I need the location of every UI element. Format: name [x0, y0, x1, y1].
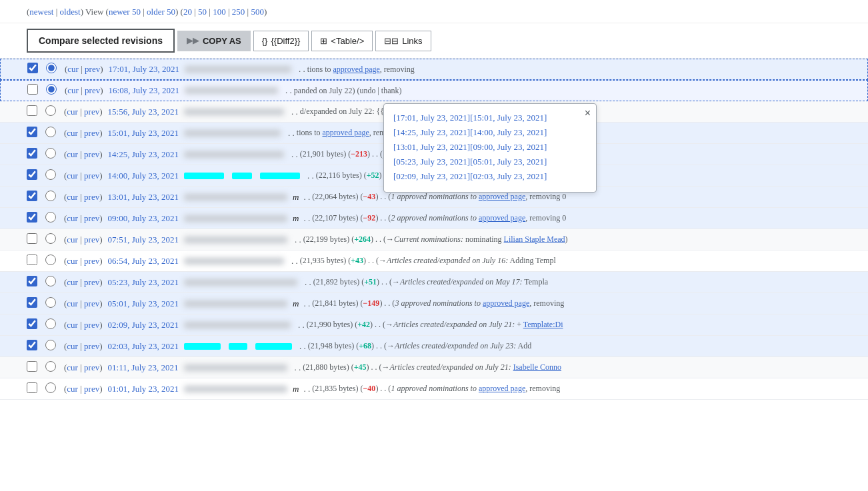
row-radio-6[interactable] — [45, 191, 56, 201]
checkbox-cell-4[interactable] — [27, 148, 43, 161]
row-radio-4[interactable] — [45, 148, 56, 159]
radio-cell-6[interactable] — [45, 191, 60, 204]
checkbox-cell-14[interactable] — [27, 361, 43, 374]
checkbox-cell-9[interactable] — [27, 254, 43, 268]
copy-as-button[interactable]: ▶▶ COPY AS — [177, 31, 251, 51]
row-checkbox-6[interactable] — [27, 191, 37, 201]
row-radio-8[interactable] — [45, 233, 56, 244]
row-checkbox-0[interactable] — [27, 63, 38, 73]
row-checkbox-3[interactable] — [27, 127, 37, 137]
nav-20[interactable]: 20 — [183, 7, 192, 17]
row-checkbox-8[interactable] — [27, 233, 37, 244]
dropdown-link-1[interactable]: [14:25, July 23, 2021][14:00, July 23, 2… — [393, 125, 587, 140]
links-button[interactable]: ⊟⊟ Links — [375, 31, 431, 51]
dropdown-link-0[interactable]: [17:01, July 23, 2021][15:01, July 23, 2… — [393, 111, 587, 125]
radio-cell-10[interactable] — [45, 276, 60, 289]
rev-date-14[interactable]: 01:11, July 23, 2021 — [108, 362, 179, 373]
dropdown-link-3[interactable]: [05:23, July 23, 2021][05:01, July 23, 2… — [393, 155, 587, 169]
row-checkbox-15[interactable] — [27, 382, 37, 393]
checkbox-cell-8[interactable] — [27, 233, 43, 246]
row-radio-10[interactable] — [45, 276, 56, 286]
rev-date-1[interactable]: 16:08, July 23, 2021 — [109, 85, 180, 96]
row-radio-9[interactable] — [45, 254, 56, 265]
rev-date-12[interactable]: 02:09, July 23, 2021 — [108, 320, 179, 330]
row-radio-2[interactable] — [45, 105, 56, 116]
row-checkbox-10[interactable] — [27, 276, 37, 286]
row-radio-13[interactable] — [45, 340, 56, 350]
rev-date-0[interactable]: 17:01, July 23, 2021 — [109, 64, 180, 75]
dropdown-link-2[interactable]: [13:01, July 23, 2021][09:00, July 23, 2… — [393, 140, 587, 155]
radio-cell-7[interactable] — [45, 212, 60, 225]
checkbox-cell-7[interactable] — [27, 212, 43, 225]
rev-date-6[interactable]: 13:01, July 23, 2021 — [108, 192, 179, 203]
row-radio-7[interactable] — [45, 212, 56, 223]
rev-date-13[interactable]: 02:03, July 23, 2021 — [108, 341, 179, 352]
radio-cell-8[interactable] — [45, 233, 60, 246]
row-checkbox-12[interactable] — [27, 318, 37, 329]
rev-date-4[interactable]: 14:25, July 23, 2021 — [108, 149, 179, 160]
radio-cell-15[interactable] — [45, 382, 60, 396]
checkbox-cell-1[interactable] — [27, 84, 43, 97]
nav-50[interactable]: 50 — [198, 7, 207, 17]
row-checkbox-2[interactable] — [27, 105, 37, 116]
rev-date-15[interactable]: 01:01, July 23, 2021 — [108, 384, 179, 394]
row-radio-12[interactable] — [45, 318, 56, 329]
checkbox-cell-13[interactable] — [27, 340, 43, 353]
nav-older50[interactable]: older 50 — [147, 7, 175, 17]
checkbox-cell-11[interactable] — [27, 297, 43, 310]
nav-500[interactable]: 500 — [251, 7, 264, 17]
row-checkbox-11[interactable] — [27, 297, 37, 308]
radio-cell-5[interactable] — [45, 169, 60, 183]
diff2-button[interactable]: {} {{Diff2}} — [253, 31, 309, 51]
checkbox-cell-0[interactable] — [27, 63, 43, 76]
checkbox-cell-15[interactable] — [27, 382, 43, 396]
row-checkbox-14[interactable] — [27, 361, 37, 372]
row-checkbox-1[interactable] — [27, 84, 38, 95]
row-radio-11[interactable] — [45, 297, 56, 308]
row-radio-3[interactable] — [45, 127, 56, 137]
nav-100[interactable]: 100 — [213, 7, 226, 17]
nav-250[interactable]: 250 — [232, 7, 245, 17]
radio-cell-0[interactable] — [46, 63, 61, 76]
checkbox-cell-6[interactable] — [27, 191, 43, 204]
radio-cell-14[interactable] — [45, 361, 60, 374]
radio-cell-2[interactable] — [45, 105, 60, 119]
radio-cell-4[interactable] — [45, 148, 60, 161]
row-checkbox-7[interactable] — [27, 212, 37, 223]
dropdown-close-button[interactable]: × — [585, 108, 591, 119]
radio-cell-9[interactable] — [45, 254, 60, 268]
dropdown-link-4[interactable]: [02:09, July 23, 2021][02:03, July 23, 2… — [393, 169, 587, 184]
checkbox-cell-2[interactable] — [27, 105, 43, 119]
row-radio-14[interactable] — [45, 361, 56, 372]
row-radio-prev-1[interactable] — [46, 84, 57, 95]
radio-cell-11[interactable] — [45, 297, 60, 310]
checkbox-cell-5[interactable] — [27, 169, 43, 183]
table-button[interactable]: ⊞ <Table/> — [311, 31, 373, 51]
nav-newest[interactable]: newest — [29, 7, 53, 17]
rev-date-8[interactable]: 07:51, July 23, 2021 — [108, 235, 179, 245]
row-checkbox-9[interactable] — [27, 254, 37, 265]
compare-button[interactable]: Compare selected revisions — [27, 29, 175, 53]
row-radio-cur-0[interactable] — [46, 63, 57, 73]
rev-date-9[interactable]: 06:54, July 23, 2021 — [108, 256, 179, 266]
radio-cell-1[interactable] — [46, 84, 61, 97]
row-checkbox-4[interactable] — [27, 148, 37, 159]
rev-date-5[interactable]: 14:00, July 23, 2021 — [108, 171, 179, 181]
rev-date-7[interactable]: 09:00, July 23, 2021 — [108, 213, 179, 224]
rev-date-11[interactable]: 05:01, July 23, 2021 — [108, 298, 179, 309]
checkbox-cell-3[interactable] — [27, 127, 43, 140]
row-checkbox-13[interactable] — [27, 340, 37, 350]
checkbox-cell-10[interactable] — [27, 276, 43, 289]
row-radio-15[interactable] — [45, 382, 56, 393]
rev-date-3[interactable]: 15:01, July 23, 2021 — [108, 128, 179, 139]
nav-newer50[interactable]: newer 50 — [109, 7, 141, 17]
nav-oldest[interactable]: oldest — [60, 7, 81, 17]
checkbox-cell-12[interactable] — [27, 318, 43, 332]
rev-date-10[interactable]: 05:23, July 23, 2021 — [108, 277, 179, 288]
rev-date-2[interactable]: 15:56, July 23, 2021 — [108, 107, 179, 117]
row-radio-5[interactable] — [45, 169, 56, 180]
radio-cell-3[interactable] — [45, 127, 60, 140]
radio-cell-12[interactable] — [45, 318, 60, 332]
row-checkbox-5[interactable] — [27, 169, 37, 180]
radio-cell-13[interactable] — [45, 340, 60, 353]
